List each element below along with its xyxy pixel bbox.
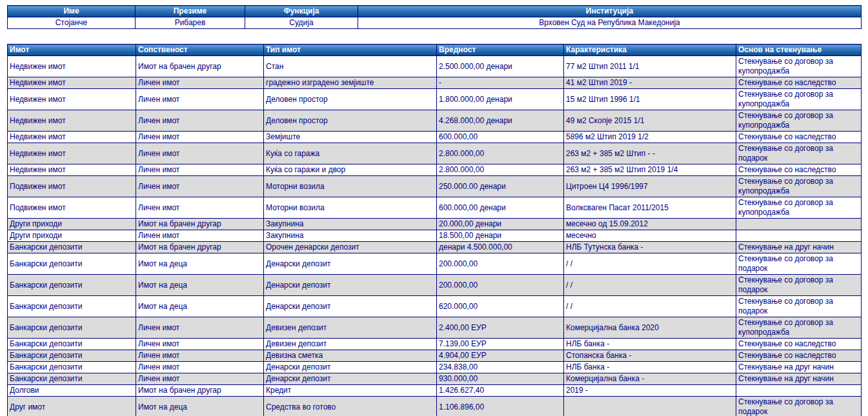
table-cell: 4.904,00 ЕУР <box>437 350 564 362</box>
table-cell: НЛБ банка - <box>564 362 736 373</box>
table-row: Подвижен имотЛичен имотМоторни возила600… <box>8 197 862 219</box>
table-cell: Недвижен имот <box>8 164 136 176</box>
table-cell: Деловен простор <box>264 110 437 132</box>
table-cell: Долгови <box>8 385 136 397</box>
table-cell: 620.000,00 <box>437 296 564 317</box>
table-cell: Недвижен имот <box>8 89 136 110</box>
table-cell: Денарски депозит <box>264 275 437 296</box>
table-row: Банкарски депозитиИмот на децаДенарски д… <box>8 253 862 275</box>
table-cell: Личен имот <box>136 373 264 385</box>
table-cell: 18.500,00 денари <box>437 230 564 242</box>
table-cell: Личен имот <box>136 350 264 362</box>
table-cell: Недвижен имот <box>8 132 136 143</box>
table-cell: градежно изградено земјиште <box>264 77 437 89</box>
table-cell: Стекнување со наследство <box>736 77 862 89</box>
table-cell: 2.400,00 ЕУР <box>437 317 564 339</box>
assets-body: Недвижен имотИмот на брачен другарСтан2.… <box>8 56 862 416</box>
table-cell: Моторни возила <box>264 176 437 197</box>
table-cell: Стекнување со договор за подарок <box>736 397 862 416</box>
table-cell: 200.000,00 <box>437 253 564 275</box>
table-cell: Личен имот <box>136 362 264 373</box>
table-cell: Денарски депозит <box>264 296 437 317</box>
table-cell: Личен имот <box>136 164 264 176</box>
table-cell: Комерцијална банка 2020 <box>564 317 736 339</box>
table-cell: Стекнување со договор за купопродажба <box>736 89 862 110</box>
table-cell: 7.139,00 ЕУР <box>437 339 564 350</box>
table-cell: Девизен депозит <box>264 339 437 350</box>
table-row: Недвижен имотЛичен имотЗемјиште600.000,0… <box>8 132 862 143</box>
table-cell <box>736 385 862 397</box>
table-cell: / / <box>564 253 736 275</box>
table-cell: Средства во готово <box>264 397 437 416</box>
table-row: Подвижен имотЛичен имотМоторни возила250… <box>8 176 862 197</box>
table-row: Банкарски депозитиЛичен имотДевизен депо… <box>8 317 862 339</box>
table-cell: Имот на брачен другар <box>136 219 264 230</box>
table-row: Недвижен имотИмот на брачен другарСтан2.… <box>8 56 862 77</box>
table-cell: 4.268.000,00 денари <box>437 110 564 132</box>
table-cell: Стекнување со договор за купопродажба <box>736 317 862 339</box>
table-cell: Стекнување со наследство <box>736 350 862 362</box>
table-cell: 250.000.00 денари <box>437 176 564 197</box>
table-cell: Цитроен Ц4 1996/1997 <box>564 176 736 197</box>
table-cell: Личен имот <box>136 317 264 339</box>
table-cell: 5896 м2 Штип 2019 1/2 <box>564 132 736 143</box>
table-cell: Имот на деца <box>136 253 264 275</box>
table-cell: Моторни возила <box>264 197 437 219</box>
table-cell: Банкарски депозити <box>8 296 136 317</box>
table-row: Недвижен имотЛичен имотКуќа со гаражи и … <box>8 164 862 176</box>
table-cell: Стекнување со договор за подарок <box>736 275 862 296</box>
table-row: Банкарски депозитиИмот на децаДенарски д… <box>8 275 862 296</box>
table-cell: Девизен депозит <box>264 317 437 339</box>
table-cell: Денарски депозит <box>264 362 437 373</box>
table-cell: Рибарев <box>136 17 245 29</box>
column-header: Сопственост <box>136 45 264 56</box>
table-cell: Врховен Суд на Република Македонија <box>358 17 862 29</box>
official-info-header-row: ИмеПрезимеФункцијаИнституција <box>8 6 862 17</box>
table-row: Недвижен имотЛичен имотКуќа со гаража2.8… <box>8 143 862 164</box>
table-cell: Стекнување со договор за купопродажба <box>736 110 862 132</box>
table-cell: Имот на деца <box>136 275 264 296</box>
table-cell: Подвижен имот <box>8 176 136 197</box>
table-cell: Банкарски депозити <box>8 339 136 350</box>
table-cell: Стекнување со договор за подарок <box>736 253 862 275</box>
table-cell: / / <box>564 275 736 296</box>
table-cell: Куќа со гаражи и двор <box>264 164 437 176</box>
table-cell: 2.800.000,00 <box>437 164 564 176</box>
table-row: Банкарски депозитиЛичен имотДенарски деп… <box>8 373 862 385</box>
table-row: Банкарски депозитиЛичен имотДевизен депо… <box>8 339 862 350</box>
table-cell: 20.000,00 денари <box>437 219 564 230</box>
table-cell: НЛБ банка - <box>564 339 736 350</box>
table-cell: Банкарски депозити <box>8 242 136 253</box>
table-cell: Стекнување со договор за купопродажба <box>736 197 862 219</box>
table-cell: 263 м2 + 385 м2 Штип - - <box>564 143 736 164</box>
table-row: Недвижен имотЛичен имотДеловен простор4.… <box>8 110 862 132</box>
table-cell: Недвижен имот <box>8 143 136 164</box>
table-cell: Денарски депозит <box>264 373 437 385</box>
table-cell: 600.000,00 денари <box>437 197 564 219</box>
table-cell: Стекнување со договор за подарок <box>736 296 862 317</box>
column-header: Институција <box>358 6 862 17</box>
table-cell: Личен имот <box>136 110 264 132</box>
table-cell: Судија <box>245 17 358 29</box>
table-cell: Банкарски депозити <box>8 275 136 296</box>
table-cell: Земјиште <box>264 132 437 143</box>
table-cell: Закупнина <box>264 230 437 242</box>
table-cell: Деловен простор <box>264 89 437 110</box>
table-cell <box>736 219 862 230</box>
table-cell: / / <box>564 296 736 317</box>
table-cell: Стан <box>264 56 437 77</box>
table-cell: Стекнување со наследство <box>736 132 862 143</box>
table-cell: 600.000,00 <box>437 132 564 143</box>
official-info-body: СтојанчеРибаревСудијаВрховен Суд на Репу… <box>8 17 862 29</box>
table-row: Други приходиЛичен имотЗакупнина18.500,0… <box>8 230 862 242</box>
official-info-table: ИмеПрезимеФункцијаИнституција СтојанчеРи… <box>7 5 862 29</box>
table-cell: Подвижен имот <box>8 197 136 219</box>
table-cell <box>564 397 736 416</box>
table-row: Банкарски депозитиЛичен имотДенарски деп… <box>8 362 862 373</box>
table-cell: Денарски депозит <box>264 253 437 275</box>
table-row: Недвижен имотЛичен имотДеловен простор1.… <box>8 89 862 110</box>
table-cell: Стекнување со договор за купопродажба <box>736 176 862 197</box>
table-cell: Имот на брачен другар <box>136 385 264 397</box>
table-cell: Банкарски депозити <box>8 317 136 339</box>
table-cell: Стекнување на друг начин <box>736 373 862 385</box>
